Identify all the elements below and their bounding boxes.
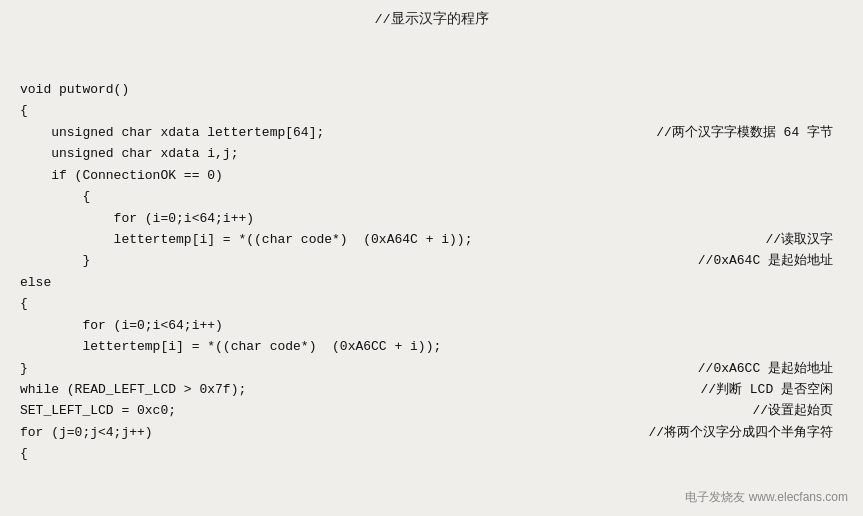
code-line: unsigned char xdata i,j; [20,143,843,164]
code-line: { [20,186,843,207]
code-text: unsigned char xdata i,j; [20,143,238,164]
code-line: lettertemp[i] = *((char code*) (0xA64C +… [20,229,843,250]
code-line: SET_LEFT_LCD = 0xc0;//设置起始页 [20,400,843,421]
code-line: { [20,100,843,121]
header-comment: //显示汉字的程序 [20,10,843,28]
watermark: 电子发烧友 www.elecfans.com [685,489,848,506]
code-text: } [20,358,28,379]
code-block: void putword(){ unsigned char xdata lett… [20,36,843,465]
code-text: for (i=0;i<64;i++) [20,208,254,229]
code-line: { [20,443,843,464]
code-comment: //读取汉字 [765,229,843,250]
code-text: { [20,100,28,121]
code-comment: //判断 LCD 是否空闲 [700,379,843,400]
code-text: else [20,272,51,293]
page: //显示汉字的程序 void putword(){ unsigned char … [0,0,863,516]
code-line: while (READ_LEFT_LCD > 0x7f);//判断 LCD 是否… [20,379,843,400]
code-text: if (ConnectionOK == 0) [20,165,223,186]
code-line: for (j=0;j<4;j++)//将两个汉字分成四个半角字符 [20,422,843,443]
code-line: else [20,272,843,293]
code-line: unsigned char xdata lettertemp[64];//两个汉… [20,122,843,143]
code-comment: //0xA64C 是起始地址 [698,250,843,271]
code-comment: //两个汉字字模数据 64 字节 [656,122,843,143]
code-text: for (j=0;j<4;j++) [20,422,153,443]
code-line: for (i=0;i<64;i++) [20,315,843,336]
code-line: }//0xA64C 是起始地址 [20,250,843,271]
code-line: if (ConnectionOK == 0) [20,165,843,186]
code-text: SET_LEFT_LCD = 0xc0; [20,400,176,421]
code-text: { [20,293,28,314]
code-text: { [20,186,90,207]
code-text: lettertemp[i] = *((char code*) (0xA64C +… [20,229,472,250]
code-text: } [20,250,90,271]
code-text: { [20,443,28,464]
code-line: void putword() [20,79,843,100]
code-text: void putword() [20,79,129,100]
code-text: for (i=0;i<64;i++) [20,315,223,336]
code-line: lettertemp[i] = *((char code*) (0xA6CC +… [20,336,843,357]
code-line: }//0xA6CC 是起始地址 [20,358,843,379]
code-line: { [20,293,843,314]
code-comment: //设置起始页 [752,400,843,421]
code-text: lettertemp[i] = *((char code*) (0xA6CC +… [20,336,441,357]
code-line: for (i=0;i<64;i++) [20,208,843,229]
code-comment: //将两个汉字分成四个半角字符 [648,422,843,443]
code-text: unsigned char xdata lettertemp[64]; [20,122,324,143]
code-text: while (READ_LEFT_LCD > 0x7f); [20,379,246,400]
code-comment: //0xA6CC 是起始地址 [698,358,843,379]
